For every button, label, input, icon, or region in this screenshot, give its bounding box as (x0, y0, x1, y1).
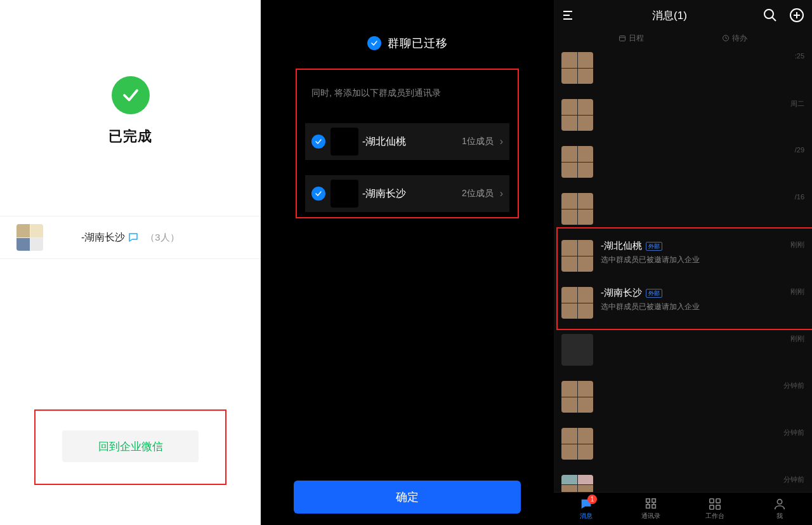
chat-item[interactable]: /16 (554, 187, 812, 234)
chat-bubble-icon (128, 232, 139, 243)
migrated-header: 群聊已迁移 (367, 36, 448, 51)
check-icon (311, 187, 325, 201)
chat-avatar (561, 193, 593, 225)
search-icon[interactable] (763, 8, 778, 23)
messages-header: 消息(1) (554, 0, 812, 30)
check-icon (367, 36, 381, 50)
member-group-row[interactable]: -湖北仙桃 1位成员 › (305, 123, 509, 160)
return-to-wecom-button[interactable]: 回到企业微信 (62, 430, 199, 462)
chat-avatar (561, 334, 593, 366)
chat-avatar (561, 99, 593, 131)
group-name-area: -湖南长沙 （3人） (81, 231, 180, 244)
chat-time: 分钟前 (783, 428, 804, 437)
add-icon[interactable] (789, 8, 804, 23)
unread-badge: 1 (587, 495, 597, 504)
group-location-label: -湖南长沙 (362, 187, 406, 201)
migration-hint-text: 同时, 将添加以下群成员到通讯录 (311, 88, 441, 99)
chat-item[interactable]: 分钟前 (554, 422, 812, 469)
tab-me[interactable]: 我 (747, 493, 812, 525)
chat-time: 分钟前 (783, 381, 804, 390)
migrated-group-row[interactable]: -湖南长沙 （3人） (0, 216, 261, 259)
todo-tab[interactable]: 待办 (722, 33, 747, 44)
svg-rect-17 (710, 499, 714, 503)
panel-messages-list: 消息(1) 日程 待办 :25 周二 (554, 0, 812, 525)
group-avatar-placeholder (331, 180, 358, 208)
chat-time: 周二 (790, 99, 804, 109)
chat-avatar (561, 428, 593, 460)
svg-line-4 (772, 17, 776, 21)
tab-workbench[interactable]: 工作台 (683, 493, 748, 525)
svg-rect-20 (716, 505, 720, 509)
chat-item[interactable]: /29 (554, 140, 812, 187)
chat-avatar (561, 146, 593, 178)
chat-time: 刚刚 (790, 334, 804, 343)
chat-time: :25 (795, 52, 804, 60)
group-name-label: -湖南长沙 (81, 231, 125, 244)
bottom-tabbar: 消息 1 通讯录 工作台 我 (554, 492, 812, 525)
top-filter-tabs: 日程 待办 (554, 30, 812, 46)
confirm-button[interactable]: 确定 (294, 481, 521, 514)
chat-avatar (561, 52, 593, 84)
member-group-row[interactable]: -湖南长沙 2位成员 › (305, 175, 509, 212)
chat-avatar (561, 475, 593, 494)
member-count-label: 1位成员 (462, 136, 494, 147)
svg-rect-14 (652, 505, 655, 508)
chevron-right-icon: › (500, 136, 503, 147)
chevron-right-icon: › (500, 188, 503, 199)
svg-rect-8 (619, 36, 625, 41)
chat-avatar (561, 381, 593, 413)
success-check-icon (112, 76, 150, 114)
migrated-title: 群聊已迁移 (388, 36, 448, 51)
svg-rect-18 (716, 499, 720, 503)
panel-migration-confirm: 群聊已迁移 同时, 将添加以下群成员到通讯录 -湖北仙桃 1位成员 › -湖南长… (261, 0, 554, 525)
svg-rect-13 (646, 505, 650, 508)
header-title: 消息(1) (577, 8, 763, 23)
member-count-label: 2位成员 (462, 188, 494, 199)
chat-time: /16 (795, 193, 804, 201)
tab-messages[interactable]: 消息 1 (554, 493, 619, 525)
chat-item[interactable]: 分钟前 (554, 375, 812, 422)
chat-item[interactable]: 周二 (554, 93, 812, 140)
svg-rect-19 (710, 505, 714, 509)
menu-icon[interactable] (561, 8, 577, 23)
group-location-label: -湖北仙桃 (362, 135, 406, 149)
chat-item[interactable]: 分钟前 (554, 469, 812, 494)
svg-point-3 (764, 10, 773, 18)
group-avatar (16, 224, 43, 251)
group-avatar-placeholder (331, 128, 358, 156)
svg-rect-12 (652, 499, 655, 503)
chat-item[interactable]: :25 (554, 46, 812, 93)
chat-time: /29 (795, 146, 804, 154)
svg-rect-11 (646, 499, 650, 503)
completion-title: 已完成 (108, 127, 152, 146)
check-icon (311, 135, 325, 149)
calendar-tab[interactable]: 日程 (619, 33, 644, 44)
group-member-count: （3人） (145, 232, 179, 244)
svg-point-21 (777, 500, 782, 504)
chat-item[interactable]: 刚刚 (554, 328, 812, 375)
tab-contacts[interactable]: 通讯录 (619, 493, 683, 525)
panel-completion: 已完成 -湖南长沙 （3人） 回到企业微信 (0, 0, 261, 525)
chat-time: 分钟前 (783, 475, 804, 484)
annotation-highlight-box (556, 227, 812, 330)
